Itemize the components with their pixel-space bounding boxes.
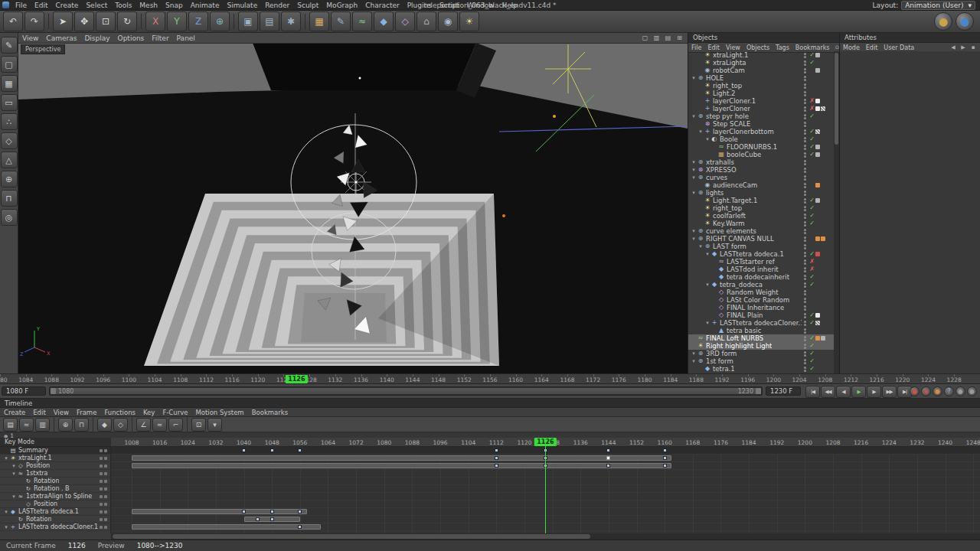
- object-row-hole[interactable]: ▾⊕HOLE: [688, 74, 834, 82]
- track-toggle-dots[interactable]: [100, 518, 110, 521]
- enabled-toggle[interactable]: ✗: [808, 97, 815, 105]
- track-toggle-dots[interactable]: [100, 465, 110, 468]
- menu-file[interactable]: File: [688, 44, 704, 51]
- object-row-lastdod-inherit[interactable]: ◆LASTdod inherit✗: [688, 266, 834, 273]
- keyframe-1044[interactable]: [256, 517, 260, 521]
- range-slider-right-handle[interactable]: [756, 388, 761, 394]
- keyframe-1040[interactable]: [242, 448, 246, 452]
- bookmark-menu-button[interactable]: ▾: [207, 418, 222, 432]
- object-row-final-loft-nurbs[interactable]: ≈FINAL Loft NURBS✓: [688, 334, 834, 342]
- autokeying-button[interactable]: ◉: [921, 386, 931, 396]
- polygons-mode-button[interactable]: △: [1, 152, 18, 168]
- object-row-key-warm[interactable]: ☀Key.Warm✓: [688, 220, 834, 227]
- visibility-dots[interactable]: [802, 328, 808, 334]
- palette-sphere-blue-icon[interactable]: ●: [956, 12, 974, 31]
- object-row-xpresso[interactable]: ▾⊗XPRESSO: [688, 166, 834, 174]
- range-slider-left-handle[interactable]: [51, 388, 56, 394]
- animation-range-bar[interactable]: [132, 455, 671, 461]
- prev-frame-button[interactable]: ◀: [836, 386, 851, 398]
- object-row-last-form[interactable]: ▾⊕LAST form: [688, 243, 834, 250]
- track-row-rotation[interactable]: ↻Rotation: [0, 478, 110, 485]
- object-row-boole[interactable]: ▾◐Boole✓: [688, 135, 834, 143]
- animation-range-bar[interactable]: [132, 524, 321, 530]
- expander-icon[interactable]: ▾: [697, 243, 704, 250]
- expander-icon[interactable]: ▾: [691, 189, 697, 197]
- object-row-tetra-dodeca[interactable]: ▾◆tetra_dodeca✓: [688, 281, 834, 289]
- track-toggle-dots[interactable]: [100, 510, 110, 514]
- object-row-light-2[interactable]: ☀Light.2: [688, 90, 834, 97]
- visibility-dots[interactable]: [802, 367, 808, 372]
- track-row-summary[interactable]: ▤Summary: [0, 447, 110, 455]
- track-row-position[interactable]: ▾◇Position: [0, 462, 110, 470]
- visibility-dots[interactable]: [802, 221, 808, 227]
- menu-display[interactable]: Display: [80, 34, 113, 42]
- menu-simulate[interactable]: Simulate: [223, 2, 261, 9]
- visibility-dots[interactable]: [802, 114, 808, 119]
- rotate-tool[interactable]: ↻: [117, 11, 137, 31]
- keyframe-1160[interactable]: [663, 456, 667, 460]
- view-layout-rows-icon[interactable]: ▤: [663, 34, 673, 42]
- enabled-toggle[interactable]: ✓: [808, 212, 815, 220]
- playhead-frame-label[interactable]: 1126: [534, 438, 556, 446]
- white-tag-icon[interactable]: [815, 99, 820, 103]
- checker-tag-icon[interactable]: [815, 129, 820, 134]
- gray-tag-icon[interactable]: [815, 198, 820, 203]
- object-row-xtralighta[interactable]: ☀xtraLighta✓: [688, 59, 834, 67]
- menu-sculpt[interactable]: Sculpt: [293, 2, 322, 9]
- object-row-laststarter-ref[interactable]: ≈LASTstarter ref✗: [688, 258, 834, 266]
- add-spline-button[interactable]: ✎: [331, 11, 351, 31]
- menu-mesh[interactable]: Mesh: [136, 2, 162, 9]
- visibility-dots[interactable]: [802, 183, 808, 188]
- menu-motion-system[interactable]: Motion System: [191, 409, 247, 416]
- menu-view[interactable]: View: [723, 44, 743, 51]
- visibility-dots[interactable]: [802, 351, 808, 357]
- keyframe-1160[interactable]: [663, 448, 667, 452]
- motion-mode-button[interactable]: ▥: [35, 418, 50, 432]
- expander-icon[interactable]: ▾: [691, 350, 697, 357]
- track-toggle-dots[interactable]: [100, 472, 110, 475]
- object-row-floornurbs-1[interactable]: ≈FLOORNURBS.1✓: [688, 143, 834, 151]
- visibility-dots[interactable]: [802, 99, 808, 104]
- frame-ruler[interactable]: 1080108410881092109611001104110811121116…: [0, 373, 980, 384]
- add-light-button[interactable]: ☀: [459, 11, 479, 31]
- track-expander-icon[interactable]: ▾: [3, 524, 9, 530]
- visibility-dots[interactable]: [802, 145, 808, 150]
- lock-y-axis-button[interactable]: Y: [167, 11, 187, 31]
- track-toggle-dots[interactable]: [100, 480, 110, 483]
- current-frame-marker[interactable]: 1126: [286, 375, 307, 383]
- orange-tag-icon[interactable]: [821, 236, 825, 241]
- object-row-step-scale[interactable]: ⊗Step SCALE: [688, 120, 834, 128]
- animation-range-bar[interactable]: [132, 509, 307, 514]
- enabled-toggle[interactable]: ✓: [808, 112, 815, 120]
- linear-interpolation-button[interactable]: ∠: [136, 418, 151, 432]
- track-row-rotation[interactable]: ↻Rotation: [0, 516, 110, 523]
- menu-mograph[interactable]: MoGraph: [322, 2, 361, 9]
- solo-button[interactable]: ●: [956, 386, 965, 396]
- expander-icon[interactable]: ▾: [691, 112, 697, 120]
- zoom-fit-button[interactable]: ⊡: [191, 418, 206, 432]
- keyframe-1056[interactable]: [298, 448, 302, 452]
- track-toggle-dots[interactable]: [100, 503, 110, 506]
- orange-tag-icon[interactable]: [815, 183, 820, 187]
- menu-file[interactable]: File: [11, 2, 31, 9]
- menu-options[interactable]: Options: [114, 34, 149, 42]
- object-row-lasttetra-dodeca-1[interactable]: ▾◆LASTtetra dodeca.1✓: [688, 250, 834, 258]
- visibility-dots[interactable]: [802, 91, 808, 96]
- object-row-boolecube[interactable]: ▦booleCube✓: [688, 151, 834, 158]
- palette-sphere-gold-icon[interactable]: ●: [934, 12, 952, 31]
- menu-functions[interactable]: Functions: [100, 409, 139, 416]
- undo-button[interactable]: ↶: [3, 11, 23, 31]
- expander-icon[interactable]: ▾: [704, 319, 710, 327]
- track-toggle-dots[interactable]: [100, 449, 110, 452]
- menu-tools[interactable]: Tools: [111, 2, 136, 9]
- expander-icon[interactable]: ▾: [691, 158, 697, 166]
- expander-icon[interactable]: ▾: [691, 74, 697, 82]
- enabled-toggle[interactable]: ✓: [808, 250, 815, 258]
- object-row-layercloner-1[interactable]: +layerCloner.1✗: [688, 97, 834, 105]
- scale-tool[interactable]: ⊡: [96, 11, 116, 31]
- visibility-dots[interactable]: [802, 191, 808, 196]
- object-row-robotcam[interactable]: ◉robotCam: [688, 67, 834, 74]
- range-slider[interactable]: 1080 1230: [49, 386, 763, 396]
- object-row-1st-form[interactable]: ▾⊕1st form✓: [688, 357, 834, 365]
- visibility-dots[interactable]: [802, 305, 808, 311]
